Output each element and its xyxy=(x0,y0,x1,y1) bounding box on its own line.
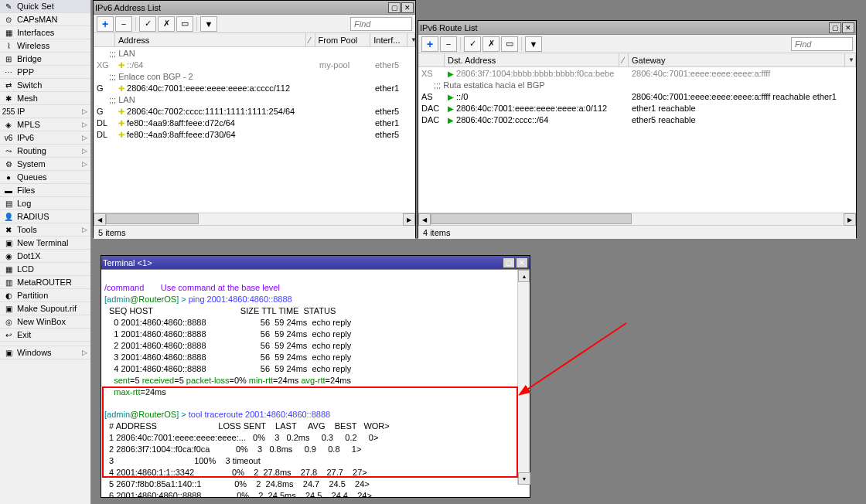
menu-icon: ● xyxy=(3,172,14,182)
flags-cell: G xyxy=(94,83,115,93)
sidebar-item-dot1x[interactable]: ◉Dot1X xyxy=(0,250,90,263)
address-row[interactable]: G✚ 2806:40c:7001:eeee:eeee:eeee:a:cccc/1… xyxy=(94,82,415,94)
sidebar-item-exit[interactable]: ↩Exit xyxy=(0,329,90,342)
sidebar-item-make-supout.rif[interactable]: ▣Make Supout.rif xyxy=(0,302,90,315)
filter-button[interactable]: ▼ xyxy=(200,16,217,32)
flags-cell: DAC xyxy=(418,115,445,124)
sidebar-item-files[interactable]: ▬Files xyxy=(0,184,90,197)
sidebar-item-metarouter[interactable]: ▥MetaROUTER xyxy=(0,276,90,289)
iface-cell: ether5 xyxy=(372,130,409,139)
filter-button[interactable]: ▼ xyxy=(525,36,542,52)
col-from-pool[interactable]: From Pool xyxy=(315,33,371,46)
sidebar-label: PPP xyxy=(17,67,34,77)
minimize-button[interactable]: ▢ xyxy=(388,2,401,13)
find-input[interactable] xyxy=(791,37,853,51)
vertical-scrollbar[interactable]: ▴ ▾ xyxy=(517,270,530,485)
sidebar-windows-label: Windows xyxy=(17,348,52,357)
sidebar-item-capsman[interactable]: ⊙CAPsMAN xyxy=(0,13,90,26)
enable-button[interactable]: ✓ xyxy=(139,16,156,32)
col-flags[interactable] xyxy=(94,33,115,46)
sidebar-item-system[interactable]: ⚙System▷ xyxy=(0,158,90,171)
sidebar-item-radius[interactable]: 👤RADIUS xyxy=(0,210,90,223)
sidebar-item-bridge[interactable]: ⊞Bridge xyxy=(0,53,90,66)
route-row[interactable]: AS▶ ::/02806:40c:7001:eeee:eeee:eeee:a:f… xyxy=(418,90,856,102)
col-dst[interactable]: Dst. Address xyxy=(445,53,619,66)
scroll-up-icon[interactable]: ▴ xyxy=(518,270,530,282)
route-icon: ▶ xyxy=(448,104,454,113)
comment-button[interactable]: ▭ xyxy=(501,36,518,52)
sidebar-item-ip[interactable]: 255IP▷ xyxy=(0,105,90,118)
remove-button[interactable]: − xyxy=(440,36,457,52)
chevron-icon: ▷ xyxy=(82,107,87,115)
route-row[interactable]: DAC▶ 2806:40c:7001:eeee:eeee:eeee:a:0/11… xyxy=(418,102,856,114)
scroll-left-icon[interactable]: ◀ xyxy=(94,213,106,226)
sidebar-item-ppp[interactable]: ⋯PPP xyxy=(0,66,90,79)
minimize-button[interactable]: ▢ xyxy=(503,257,515,268)
add-button[interactable]: + xyxy=(97,16,114,32)
iface-cell: ether1 xyxy=(372,118,409,128)
remove-button[interactable]: − xyxy=(115,16,132,32)
sidebar-item-routing[interactable]: ⤳Routing▷ xyxy=(0,145,90,158)
route-row[interactable]: DAC▶ 2806:40c:7002:cccc::/64ether5 reach… xyxy=(418,114,856,125)
menu-icon: ✎ xyxy=(3,1,14,12)
sidebar-item-partition[interactable]: ◐Partition xyxy=(0,289,90,302)
sidebar-item-new-winbox[interactable]: ◎New WinBox xyxy=(0,315,90,329)
sidebar-item-tools[interactable]: ✖Tools▷ xyxy=(0,223,90,237)
route-row[interactable]: XS▶ 2806:3f7:1004:bbbb:bbbb:bbbb:f0ca:be… xyxy=(418,67,856,79)
menu-icon: 255 xyxy=(3,106,14,117)
minimize-button[interactable]: ▢ xyxy=(829,22,841,33)
scroll-right-icon[interactable]: ▶ xyxy=(844,213,856,226)
horizontal-scrollbar[interactable]: ◀ ▶ xyxy=(418,213,856,225)
sidebar-item-mesh[interactable]: ✱Mesh xyxy=(0,92,90,105)
sidebar-item-wireless[interactable]: ⌇Wireless xyxy=(0,39,90,53)
flags-cell: DAC xyxy=(418,104,445,113)
address-row[interactable]: DL✚ fe80::4aa9:8aff:feee:d730/64ether5 xyxy=(94,128,415,140)
comment-button[interactable]: ▭ xyxy=(176,16,193,32)
scroll-down-icon[interactable]: ▾ xyxy=(518,472,530,485)
titlebar[interactable]: IPv6 Address List ▢ ✕ xyxy=(94,1,415,15)
address-row[interactable]: G✚ 2806:40c:7002:cccc:1111:1111:1111:254… xyxy=(94,105,415,117)
sidebar-windows[interactable]: ▣ Windows ▷ xyxy=(0,346,90,359)
close-button[interactable]: ✕ xyxy=(842,22,854,33)
sidebar-item-log[interactable]: ▤Log xyxy=(0,197,90,210)
sidebar-item-ipv6[interactable]: v6IPv6▷ xyxy=(0,131,90,145)
gw-cell: ether5 reachable xyxy=(629,115,853,124)
iface-cell: ether5 xyxy=(372,60,409,70)
address-row[interactable]: XG✚ ::/64my-poolether5 xyxy=(94,59,415,70)
sidebar-item-mpls[interactable]: ◈MPLS▷ xyxy=(0,118,90,131)
sidebar-item-quick-set[interactable]: ✎Quick Set xyxy=(0,0,90,13)
disable-button[interactable]: ✗ xyxy=(158,16,175,32)
disable-button[interactable]: ✗ xyxy=(482,36,499,52)
sidebar-item-queues[interactable]: ●Queues xyxy=(0,171,90,184)
sidebar-label: Dot1X xyxy=(17,251,41,261)
enable-button[interactable]: ✓ xyxy=(464,36,481,52)
flags-cell: XG xyxy=(94,60,115,70)
titlebar[interactable]: Terminal <1> ▢ ✕ xyxy=(101,256,530,270)
close-button[interactable]: ✕ xyxy=(401,2,414,13)
titlebar[interactable]: IPv6 Route List ▢ ✕ xyxy=(418,21,856,35)
col-address[interactable]: Address xyxy=(115,33,306,46)
close-button[interactable]: ✕ xyxy=(516,257,528,268)
col-interface[interactable]: Interf... xyxy=(370,33,407,46)
col-gateway[interactable]: Gateway xyxy=(629,53,845,66)
terminal-output[interactable]: /command Use command at the base level [… xyxy=(101,270,530,497)
chevron-icon: ▷ xyxy=(82,349,87,356)
sidebar-item-lcd[interactable]: ▦LCD xyxy=(0,263,90,276)
add-button[interactable]: + xyxy=(421,36,438,52)
sidebar-item-interfaces[interactable]: ▦Interfaces xyxy=(0,26,90,39)
item-count: 4 items xyxy=(423,228,450,237)
grid-header[interactable]: Address ∕ From Pool Interf... ▼ xyxy=(94,33,415,47)
horizontal-scrollbar[interactable]: ◀ ▶ xyxy=(94,213,415,225)
col-flags[interactable] xyxy=(418,53,445,66)
sidebar-label: Partition xyxy=(17,291,48,300)
find-input[interactable] xyxy=(350,17,412,31)
menu-icon: ▣ xyxy=(3,237,14,248)
trace-command: tool traceroute 2001:4860:4860::8888 xyxy=(189,410,330,419)
scroll-right-icon[interactable]: ▶ xyxy=(403,213,415,226)
grid-header[interactable]: Dst. Address ∕ Gateway ▼ xyxy=(418,53,856,67)
sidebar-item-switch[interactable]: ⇄Switch xyxy=(0,79,90,92)
address-row[interactable]: DL✚ fe80::4aa9:8aff:feee:d72c/64ether1 xyxy=(94,117,415,128)
scroll-left-icon[interactable]: ◀ xyxy=(418,213,431,226)
ipv6-route-window: IPv6 Route List ▢ ✕ + − ✓ ✗ ▭ ▼ Dst. Add… xyxy=(418,20,857,238)
sidebar-item-new-terminal[interactable]: ▣New Terminal xyxy=(0,237,90,250)
